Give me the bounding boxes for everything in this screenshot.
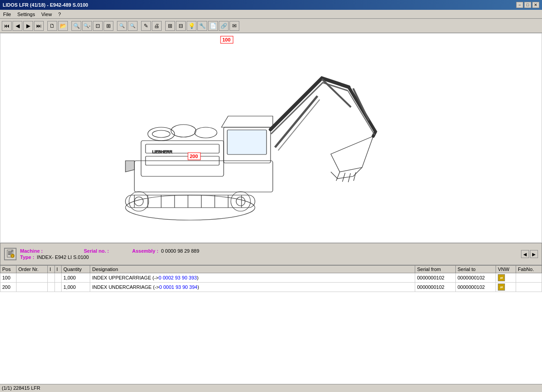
cell-serial-to-100: 0000000102 (455, 273, 496, 283)
col-quantity: Quantity (62, 266, 90, 273)
col-designation: Designation (90, 266, 415, 273)
menu-view[interactable]: View (40, 11, 53, 17)
toolbar-next[interactable]: ▶ (23, 21, 33, 31)
menu-help[interactable]: ? (57, 11, 62, 17)
part-link-200[interactable]: 0 0001 93 90 394 (159, 284, 198, 290)
toolbar-search1[interactable]: 🔍 (117, 21, 127, 31)
table-row[interactable]: 200 1,000 INDEX UNDERCARRIAGE (->0 0001 … (0, 283, 542, 292)
cell-vnw-100: ⇌ (496, 273, 516, 283)
cell-pos-200: 200 (0, 283, 17, 292)
part-link-100[interactable]: 0 0002 93 90 393 (158, 275, 197, 280)
table-row[interactable]: 100 1,000 INDEX UPPERCARRIAGE (->0 0002 … (0, 273, 542, 283)
document-icon: ↑ (6, 250, 15, 259)
type-value: INDEX- E942 LI S.0100 (37, 254, 89, 260)
toolbar: ⏮ ◀ ▶ ⏭ 🗋 📂 🔍 🔍- ⊡ ⊞ 🔍 🔍 ✎ 🖨 ⊞ ⊟ 💡 🔧 📄 🔗… (0, 19, 542, 33)
image-panel: LIEBHERR 100 200 (0, 33, 542, 243)
svg-point-14 (236, 197, 245, 206)
svg-point-12 (134, 197, 143, 206)
toolbar-search2[interactable]: 🔍 (128, 21, 138, 31)
excavator-svg: LIEBHERR 100 200 (0, 33, 542, 243)
col-fabno: FabNo. (516, 266, 542, 273)
window-controls: − □ ✕ (516, 2, 539, 8)
toolbar-email[interactable]: ✉ (229, 21, 239, 31)
svg-rect-36 (8, 253, 12, 254)
assembly-value: 0 0000 98 29 889 (161, 248, 200, 254)
info-text-block: Machine : Serial no. : Assembly : 0 0000… (20, 248, 517, 260)
svg-rect-17 (227, 130, 267, 154)
toolbar-new[interactable]: 🗋 (47, 21, 57, 31)
svg-line-27 (348, 173, 350, 182)
toolbar-full[interactable]: ⊞ (104, 21, 113, 31)
svg-rect-1 (125, 195, 255, 208)
cell-qty-200: 1,000 (62, 283, 90, 292)
toolbar-prev[interactable]: ◀ (13, 21, 22, 31)
nav-next-btn[interactable]: ▶ (530, 250, 538, 258)
col-pos: Pos (0, 266, 17, 273)
svg-rect-37 (8, 254, 11, 255)
info-bar: ↑ Machine : Serial no. : Assembly : 0 00… (0, 243, 542, 265)
toolbar-info[interactable]: 💡 (187, 21, 196, 31)
svg-text:LIEBHERR: LIEBHERR (152, 150, 173, 154)
toolbar-edit[interactable]: ✎ (141, 21, 151, 31)
maximize-button[interactable]: □ (524, 2, 531, 8)
svg-point-24 (195, 127, 217, 138)
cell-vnw-200: ⇌ (496, 283, 516, 292)
toolbar-zoom-in[interactable]: 🔍 (71, 21, 81, 31)
toolbar-mark[interactable]: ⊟ (176, 21, 186, 31)
vnw-icon-100: ⇌ (498, 274, 505, 281)
cell-i1-200 (47, 283, 54, 292)
svg-point-22 (152, 130, 170, 138)
cell-order-100 (17, 273, 48, 283)
cell-qty-100: 1,000 (62, 273, 90, 283)
menu-bar: File Settings View ? (0, 10, 542, 19)
cell-desig-100: INDEX UPPERCARRIAGE (->0 0002 93 90 393) (90, 273, 415, 283)
cell-i2-200 (54, 283, 62, 292)
parts-table: Pos Order Nr. I I Quantity Designation S… (0, 265, 542, 292)
app-title: LIDOS LFR (41/18) - E942-489 S.0100 (3, 2, 88, 8)
toolbar-fit[interactable]: ⊡ (93, 21, 103, 31)
info-nav: ◀ ▶ (521, 250, 538, 258)
title-bar: LIDOS LFR (41/18) - E942-489 S.0100 − □ … (0, 0, 542, 10)
machine-label: Machine : (20, 248, 43, 254)
table-header-row: Pos Order Nr. I I Quantity Designation S… (0, 266, 542, 273)
info-icon-btn[interactable]: ↑ (4, 248, 17, 260)
svg-text:↑: ↑ (12, 255, 13, 258)
toolbar-link[interactable]: 🔗 (219, 21, 229, 31)
col-i1: I (47, 266, 54, 273)
minimize-button[interactable]: − (516, 2, 523, 8)
svg-point-13 (231, 192, 250, 211)
svg-line-26 (342, 173, 345, 182)
col-serial-from: Serial from (415, 266, 455, 273)
nav-prev-btn[interactable]: ◀ (521, 250, 529, 258)
menu-file[interactable]: File (2, 11, 13, 17)
toolbar-open[interactable]: 📂 (58, 21, 68, 31)
toolbar-last[interactable]: ⏭ (34, 21, 44, 31)
close-button[interactable]: ✕ (532, 2, 539, 8)
toolbar-first[interactable]: ⏮ (2, 21, 12, 31)
cell-serial-from-200: 0000000102 (415, 283, 455, 292)
cell-pos-100: 100 (0, 273, 17, 283)
cell-fabno-100 (516, 273, 542, 283)
menu-settings[interactable]: Settings (16, 11, 37, 17)
parts-table-area: Pos Order Nr. I I Quantity Designation S… (0, 265, 542, 384)
svg-rect-18 (141, 141, 224, 176)
cell-serial-to-200: 0000000102 (455, 283, 496, 292)
info-row2: Type : INDEX- E942 LI S.0100 (20, 254, 517, 260)
svg-point-21 (148, 127, 175, 141)
toolbar-zoom-out[interactable]: 🔍- (82, 21, 92, 31)
cell-desig-200: INDEX UNDERCARRIAGE (->0 0001 93 90 394) (90, 283, 415, 292)
col-i2: I (54, 266, 62, 273)
svg-rect-38 (12, 250, 13, 251)
assembly-label: Assembly : (132, 248, 158, 254)
toolbar-tool[interactable]: 🔧 (197, 21, 207, 31)
excavator-diagram: LIEBHERR 100 200 (0, 33, 542, 242)
toolbar-grid[interactable]: ⊞ (165, 21, 175, 31)
toolbar-doc[interactable]: 📄 (208, 21, 218, 31)
cell-fabno-200 (516, 283, 542, 292)
toolbar-print[interactable]: 🖨 (152, 21, 162, 31)
serial-label: Serial no. : (84, 248, 109, 254)
cell-order-200 (17, 283, 48, 292)
vnw-icon-200: ⇌ (498, 284, 505, 291)
callout-200-label: 200 (190, 154, 198, 159)
callout-100-label: 100 (222, 37, 230, 42)
